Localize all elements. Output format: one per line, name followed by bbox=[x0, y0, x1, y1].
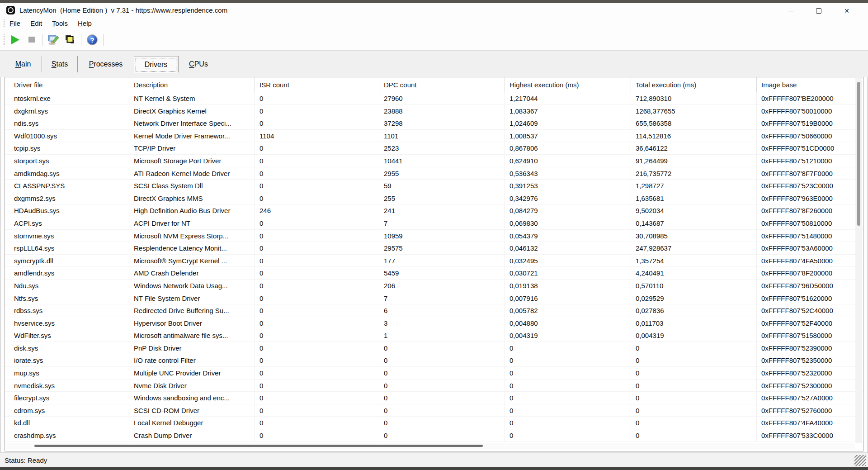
table-row[interactable]: cdrom.sys SCSI CD-ROM Driver 0 0 0 0 0xF… bbox=[5, 404, 863, 417]
table-row[interactable]: nvmedisk.sys Nvme Disk Driver 0 0 0 0 0x… bbox=[5, 380, 863, 392]
toolbar-gripper[interactable] bbox=[4, 34, 5, 45]
table-row[interactable]: kd.dll Local Kernel Debugger 0 0 0 0 0xF… bbox=[5, 417, 863, 429]
menu-help[interactable]: Help bbox=[73, 19, 97, 27]
cell-description: Network Driver Interface Speci... bbox=[129, 117, 255, 130]
column-header-highest-execution[interactable]: Highest execution (ms) bbox=[505, 77, 631, 92]
horizontal-scrollbar[interactable] bbox=[6, 443, 855, 449]
cell-dpc-count: 0 bbox=[379, 380, 505, 392]
table-row[interactable]: amdfendr.sys AMD Crash Defender 0 5459 0… bbox=[5, 267, 863, 280]
toolbar-separator bbox=[81, 34, 81, 46]
cell-dpc-count: 7 bbox=[379, 292, 505, 305]
cell-image-base: 0xFFFFF807'52390000 bbox=[757, 342, 863, 355]
cell-description: Microsoft NVM Express Storp... bbox=[129, 230, 255, 242]
cell-total-execution: 0 bbox=[631, 354, 757, 367]
table-row[interactable]: filecrypt.sys Windows sandboxing and enc… bbox=[5, 392, 863, 404]
table-row[interactable]: dxgmms2.sys DirectX Graphics MMS 0 255 0… bbox=[5, 192, 863, 205]
table-row[interactable]: hvservice.sys Hypervisor Boot Driver 0 3… bbox=[5, 317, 863, 330]
cell-image-base: 0xFFFFF807'52760000 bbox=[757, 404, 863, 417]
table-row[interactable]: mup.sys Multiple UNC Provider Driver 0 0… bbox=[5, 367, 863, 380]
cell-description: Hypervisor Boot Driver bbox=[129, 317, 255, 330]
toolbar-separator bbox=[42, 34, 43, 46]
cell-isr-count: 0 bbox=[255, 380, 379, 392]
menu-file[interactable]: File bbox=[5, 19, 25, 27]
cell-highest-execution: 1,024609 bbox=[505, 117, 631, 130]
table-row[interactable]: WdFilter.sys Microsoft antimalware file … bbox=[5, 329, 863, 342]
menu-edit[interactable]: Edit bbox=[25, 19, 47, 27]
cell-highest-execution: 0,005782 bbox=[505, 304, 631, 317]
cell-image-base: 0xFFFFF807'51480000 bbox=[757, 230, 863, 242]
column-header-isr-count[interactable]: ISR count bbox=[255, 77, 379, 92]
table-row[interactable]: ndis.sys Network Driver Interface Speci.… bbox=[5, 117, 863, 130]
column-header-dpc-count[interactable]: DPC count bbox=[379, 77, 505, 92]
cell-isr-count: 0 bbox=[255, 354, 379, 367]
cell-total-execution: 0 bbox=[631, 417, 757, 429]
tab-processes[interactable]: Processes bbox=[77, 56, 134, 72]
tab-stats[interactable]: Stats bbox=[42, 56, 77, 72]
start-monitor-button[interactable] bbox=[7, 32, 24, 47]
table-row[interactable]: rdbss.sys Redirected Drive Buffering Su.… bbox=[5, 304, 863, 317]
column-header-description[interactable]: Description bbox=[129, 77, 255, 92]
cell-description: Local Kernel Debugger bbox=[129, 417, 255, 429]
vertical-scrollbar[interactable] bbox=[855, 78, 862, 443]
cell-isr-count: 0 bbox=[255, 367, 379, 380]
title-bar[interactable]: LatencyMon (Home Edition ) v 7.31 - http… bbox=[0, 3, 868, 17]
column-header-image-base[interactable]: Image base bbox=[757, 77, 863, 92]
cell-highest-execution: 0,624910 bbox=[505, 155, 631, 167]
table-row[interactable]: Ntfs.sys NT File System Driver 0 7 0,007… bbox=[5, 292, 863, 305]
table-row[interactable]: disk.sys PnP Disk Driver 0 0 0 0 0xFFFFF… bbox=[5, 342, 863, 355]
cell-total-execution: 216,735772 bbox=[631, 167, 757, 180]
cell-total-execution: 36,646122 bbox=[631, 142, 757, 155]
horizontal-scrollbar-thumb[interactable] bbox=[34, 445, 483, 447]
table-row[interactable]: HDAudBus.sys High Definition Audio Bus D… bbox=[5, 204, 863, 217]
stop-monitor-button[interactable] bbox=[24, 32, 40, 47]
column-header-driver-file[interactable]: Driver file bbox=[5, 77, 129, 92]
latencymon-app-icon bbox=[6, 6, 15, 14]
table-row[interactable]: crashdmp.sys Crash Dump Driver 0 0 0 0 0… bbox=[5, 429, 863, 442]
cell-isr-count: 0 bbox=[255, 280, 379, 292]
table-row[interactable]: rspLLL64.sys Resplendence Latency Monit.… bbox=[5, 242, 863, 255]
cell-isr-count: 0 bbox=[255, 267, 379, 280]
table-row[interactable]: stornvme.sys Microsoft NVM Express Storp… bbox=[5, 230, 863, 242]
table-row[interactable]: tcpip.sys TCP/IP Driver 0 2523 0,867806 … bbox=[5, 142, 863, 155]
tab-cpus[interactable]: CPUs bbox=[178, 56, 218, 72]
table-row[interactable]: ntoskrnl.exe NT Kernel & System 0 27960 … bbox=[5, 92, 863, 105]
cell-description: Microsoft Storage Port Driver bbox=[129, 155, 255, 167]
cell-description: High Definition Audio Bus Driver bbox=[129, 204, 255, 217]
table-row[interactable]: dxgkrnl.sys DirectX Graphics Kernel 0 23… bbox=[5, 105, 863, 118]
table-row[interactable]: storport.sys Microsoft Storage Port Driv… bbox=[5, 155, 863, 167]
tab-main[interactable]: Main bbox=[5, 56, 42, 72]
table-row[interactable]: ACPI.sys ACPI Driver for NT 0 7 0,069830… bbox=[5, 217, 863, 230]
cell-total-execution: 247,928637 bbox=[631, 242, 757, 255]
cell-image-base: 0xFFFFF807'50660000 bbox=[757, 130, 863, 142]
table-row[interactable]: CLASSPNP.SYS SCSI Class System Dll 0 59 … bbox=[5, 180, 863, 192]
window-top-edge bbox=[0, 0, 868, 3]
cell-description: Windows Network Data Usag... bbox=[129, 280, 255, 292]
column-header-total-execution[interactable]: Total execution (ms) bbox=[631, 77, 757, 92]
close-button[interactable]: ✕ bbox=[833, 3, 861, 19]
cell-highest-execution: 0,391253 bbox=[505, 180, 631, 192]
menu-tools[interactable]: Tools bbox=[47, 19, 73, 27]
windows-button[interactable] bbox=[62, 32, 78, 47]
table-row[interactable]: iorate.sys I/O rate control Filter 0 0 0… bbox=[5, 354, 863, 367]
latencymon-logo-ring bbox=[8, 7, 14, 13]
maximize-button[interactable] bbox=[805, 3, 833, 19]
cell-highest-execution: 0,004319 bbox=[505, 329, 631, 342]
cell-description: Microsoft® SymCrypt Kernel ... bbox=[129, 255, 255, 267]
options-button[interactable] bbox=[46, 32, 62, 47]
vertical-scrollbar-thumb[interactable] bbox=[857, 82, 860, 226]
latencymon-window: LatencyMon (Home Edition ) v 7.31 - http… bbox=[0, 0, 868, 470]
cell-description: Resplendence Latency Monit... bbox=[129, 242, 255, 255]
tab-drivers[interactable]: Drivers bbox=[134, 56, 178, 73]
help-button[interactable]: ? bbox=[84, 32, 100, 47]
table-row[interactable]: Ndu.sys Windows Network Data Usag... 0 2… bbox=[5, 280, 863, 292]
resize-grip[interactable] bbox=[854, 455, 866, 466]
table-row[interactable]: symcryptk.dll Microsoft® SymCrypt Kernel… bbox=[5, 255, 863, 267]
cell-dpc-count: 10441 bbox=[379, 155, 505, 167]
cell-highest-execution: 0 bbox=[505, 404, 631, 417]
cell-image-base: 0xFFFFF807'BE200000 bbox=[757, 92, 863, 105]
table-row[interactable]: Wdf01000.sys Kernel Mode Driver Framewor… bbox=[5, 130, 863, 142]
cell-driver-file: rspLLL64.sys bbox=[5, 242, 129, 255]
table-row[interactable]: amdkmdag.sys ATI Radeon Kernel Mode Driv… bbox=[5, 167, 863, 180]
minimize-button[interactable] bbox=[777, 3, 805, 19]
cell-highest-execution: 1,008537 bbox=[505, 130, 631, 142]
